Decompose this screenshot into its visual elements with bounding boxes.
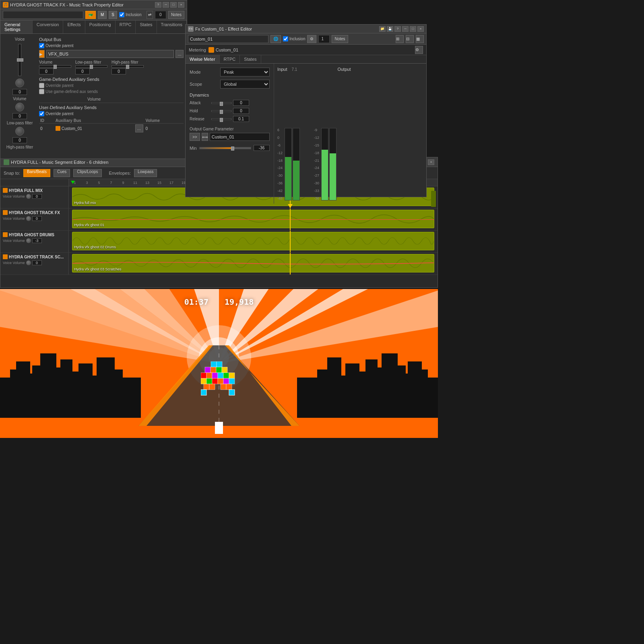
voice-fader[interactable] [18,44,21,76]
override-parent-check[interactable]: Override parent [39,43,184,48]
vol-slider[interactable] [39,65,71,68]
icon-btn[interactable]: 🐲 [85,11,96,19]
hp-group: High-pass filter 0 [111,60,144,74]
fx-view3-btn[interactable]: ▦ [416,35,424,43]
hold-slider[interactable] [211,110,231,112]
fx-inclusion-checkbox[interactable] [283,36,288,41]
fx-inclusion-label[interactable]: Inclusion [283,36,305,41]
fx-help-btn[interactable]: ? [394,26,401,32]
notes-btn[interactable]: Notes [168,11,184,19]
lowpass-knob[interactable] [15,103,24,111]
track-content-3[interactable]: Hydra vfx ghost 02 Drums [69,231,438,252]
release-value[interactable]: 0.1 [233,116,249,122]
tab-states[interactable]: States [136,21,157,33]
metering-settings-btn[interactable]: ⚙ [415,46,423,54]
attack-slider[interactable] [211,102,231,104]
s-18: -18 [277,159,283,163]
aux-bus[interactable]: Custom_01 … [54,124,144,133]
highpass-value[interactable]: 0 [12,137,27,143]
param-arrow-btn[interactable]: >> [190,133,200,141]
vol-filter-val[interactable]: 0 [39,68,54,74]
fx-notes-btn[interactable]: Notes [332,35,348,43]
vol-knob-2[interactable] [26,216,31,221]
user-override-checkbox[interactable] [39,111,44,116]
highpass-knob[interactable] [15,127,24,136]
user-override-check[interactable]: Override parent [39,111,184,116]
fx-close-btn[interactable]: × [417,26,424,32]
clip-3[interactable]: Hydra vfx ghost 02 Drums [72,232,434,250]
game-use-check[interactable]: Use game-defined aux sends [39,89,184,94]
inclusion-checkbox[interactable] [119,12,124,17]
hp-filter-val[interactable]: 0 [111,68,126,74]
fx-view2-btn[interactable]: ⊟ [406,35,414,43]
fx-minimize-btn[interactable]: ─ [402,26,409,32]
tab-wwise-meter[interactable]: Wwise Meter [186,55,220,63]
fx-links-btn[interactable]: ⚙ [307,35,316,43]
fx-save-btn[interactable]: 💾 [387,26,393,32]
tab-states[interactable]: States [240,55,261,63]
fx-icon-btn[interactable]: 🌐 [270,35,281,43]
fx-expand-btn[interactable]: □ [410,26,416,32]
snap-bars-beats[interactable]: Bars/Beats [23,169,50,177]
min-slider[interactable] [199,147,251,149]
track-content-2[interactable]: Hydra vfx ghost 01 [69,208,438,230]
param-icon-btn[interactable]: ⟺ [202,133,208,141]
override-checkbox[interactable] [39,43,44,48]
tab-conversion[interactable]: Conversion [33,21,64,33]
aux-more-btn[interactable]: … [135,124,143,132]
min-value[interactable]: -36 [254,145,270,151]
lowpass-value[interactable]: 0 [12,113,27,119]
expand-btn[interactable]: □ [170,2,177,8]
seg-close-btn[interactable]: × [428,159,434,165]
inclusion-label[interactable]: Inclusion [119,12,141,17]
vol-val-2[interactable]: 0 [32,216,42,221]
fx-count[interactable]: 1 [318,35,330,43]
vol-val-1[interactable]: 0 [32,194,42,199]
fx-view1-btn[interactable]: ⊞ [396,35,404,43]
tab-general-settings[interactable]: General Settings [0,21,33,33]
snap-clips-loops[interactable]: Clips/Loops [73,169,101,177]
env-lowpass[interactable]: Lowpass [134,169,157,177]
game-use-checkbox[interactable] [39,89,44,94]
tab-transitions[interactable]: Transitions [157,21,187,33]
track-name-input[interactable]: HYDRA GHOST TRACK FX [3,11,83,19]
lp-slider[interactable] [75,65,107,68]
vol-val-3[interactable]: -3 [32,238,42,243]
vol-val-4[interactable]: 0 [32,260,42,265]
help-btn[interactable]: ? [155,2,161,8]
tab-positioning[interactable]: Positioning [85,21,116,33]
param-input[interactable] [210,133,270,141]
hp-slider[interactable] [111,65,144,68]
attack-value[interactable]: 0 [233,100,249,106]
volume-value[interactable]: 0 [12,89,27,95]
vol-knob-3[interactable] [26,238,31,243]
effect-name-input[interactable] [188,35,268,43]
tab-rtpc[interactable]: RTPC [220,55,240,63]
game-override-checkbox[interactable] [39,83,44,88]
count-btn[interactable]: 0 [155,11,166,19]
tab-rtpc[interactable]: RTPC [116,21,136,33]
share-btn[interactable]: ⇄ [147,11,153,19]
s-button[interactable]: S [109,11,117,19]
scope-select[interactable]: Global Local [220,80,270,89]
clip-4[interactable]: Hydra vfx ghost 03 Scratches [72,254,434,272]
game-override-check[interactable]: Override parent [39,83,184,88]
bus-input[interactable] [46,50,174,58]
track-content-4[interactable]: Hydra vfx ghost 03 Scratches [69,253,438,275]
vol-knob-4[interactable] [26,260,31,265]
aux-volume[interactable]: 0 [144,124,184,134]
release-slider[interactable] [211,118,231,120]
snap-cues[interactable]: Cues [54,169,70,177]
mode-select[interactable]: Peak RMS [220,68,270,76]
lp-filter-val[interactable]: 0 [75,68,90,74]
m-button[interactable]: M [98,11,107,19]
bus-more-btn[interactable]: … [175,50,184,58]
hold-value[interactable]: 0 [233,108,249,114]
clip-2[interactable]: Hydra vfx ghost 01 [72,210,434,228]
close-btn[interactable]: × [178,2,184,8]
tab-effects[interactable]: Effects [63,21,85,33]
vol-knob-1[interactable] [26,194,31,199]
minimize-btn[interactable]: ─ [163,2,169,8]
volume-knob[interactable] [15,78,24,87]
fx-file-btn[interactable]: 📁 [379,26,386,32]
